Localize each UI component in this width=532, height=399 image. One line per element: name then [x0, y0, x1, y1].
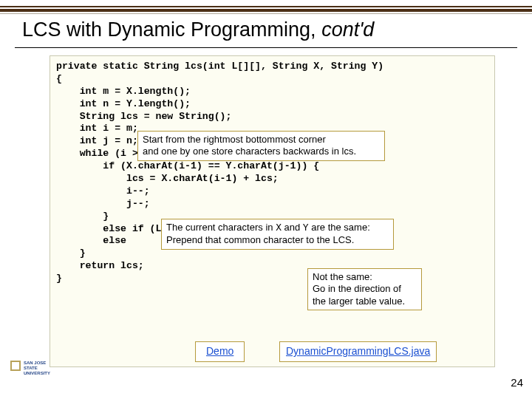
code-line: int n = Y.length();: [56, 98, 488, 111]
page-number: 24: [511, 376, 523, 389]
sjsu-logo: SAN JOSE STATEUNIVERSITY: [10, 361, 47, 390]
note-text: Not the same:: [313, 271, 372, 282]
code-line: return lcs;: [56, 260, 488, 273]
demo-button[interactable]: Demo: [195, 341, 245, 362]
code-line: j--;: [56, 198, 488, 211]
note-text: and one by one store characters backward…: [143, 146, 356, 157]
annotation-not-same: Not the same: Go in the direction of the…: [307, 268, 422, 310]
note-text: The current characters in: [166, 222, 276, 233]
note-code: Y: [303, 222, 309, 233]
note-text: Prepend that common character to the LCS…: [166, 234, 354, 245]
code-line: int m = X.length();: [56, 86, 488, 98]
annotation-same-char: The current characters in X and Y are th…: [161, 219, 394, 250]
note-text: are the same:: [309, 222, 370, 233]
title-underline: [15, 47, 517, 48]
logo-square-icon: [10, 361, 21, 371]
note-text: Start from the rightmost bottommost corn…: [143, 134, 326, 145]
note-code: X: [276, 222, 282, 233]
note-text: the larger table value.: [313, 296, 405, 307]
top-rules: [0, 0, 532, 14]
code-block: private static String lcs(int L[][], Str…: [50, 55, 495, 367]
source-link[interactable]: DynamicProgrammingLCS.java: [279, 341, 437, 362]
code-line: private static String lcs(int L[][], Str…: [56, 61, 488, 73]
code-line: lcs = X.charAt(i-1) + lcs;: [56, 173, 488, 185]
page-title: LCS with Dynamic Programming, cont'd: [22, 18, 510, 41]
code-line: }: [56, 248, 488, 260]
title-text: LCS with Dynamic Programming,: [22, 18, 321, 41]
logo-text: SAN JOSE STATEUNIVERSITY: [24, 361, 50, 376]
code-line: {: [56, 73, 488, 86]
note-text: Go in the direction of: [313, 283, 401, 294]
code-line: String lcs = new String();: [56, 111, 488, 123]
title-italic: cont'd: [321, 18, 374, 41]
code-line: i--;: [56, 185, 488, 198]
code-line: }: [56, 273, 488, 285]
title-wrap: LCS with Dynamic Programming, cont'd: [0, 14, 532, 44]
code-line: if (X.charAt(i-1) == Y.charAt(j-1)) {: [56, 160, 488, 173]
annotation-start-corner: Start from the rightmost bottommost corn…: [137, 131, 385, 161]
note-text: and: [282, 222, 303, 233]
